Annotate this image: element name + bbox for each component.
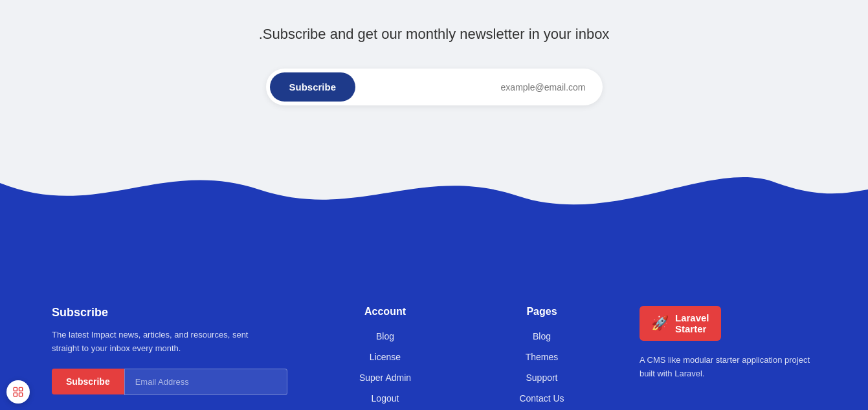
email-input-top[interactable] [355,76,598,99]
newsletter-title: .Subscribe and get our monthly newslette… [13,26,855,43]
svg-rect-1 [19,387,23,391]
list-item: Themes [483,351,601,363]
footer-pages-heading: Pages [483,306,601,318]
footer-account-list: Blog License Super Admin Logout [326,330,444,404]
footer-section: Subscribe The latest Impact news, articl… [0,274,868,410]
pages-link-support[interactable]: Support [526,372,557,383]
bottom-floating-icon[interactable] [6,380,30,404]
footer-subscribe-form: Subscribe [52,369,287,395]
footer-subscribe-description: The latest Impact news, articles, and re… [52,329,259,356]
wave-divider [0,144,868,274]
subscribe-form-top: Subscribe [266,69,603,105]
pages-link-contact[interactable]: Contact Us [519,393,564,404]
svg-rect-3 [19,393,23,396]
list-item: Blog [483,330,601,342]
footer-subscribe-heading: Subscribe [52,306,287,319]
rocket-icon: 🚀 [651,315,669,332]
footer-pages-col: Pages Blog Themes Support Contact Us [483,306,601,410]
pages-link-themes[interactable]: Themes [526,352,559,362]
account-link-logout[interactable]: Logout [372,393,399,404]
footer-account-col: Account Blog License Super Admin Logout [326,306,444,410]
footer-grid: Subscribe The latest Impact news, articl… [52,306,816,410]
laravel-description: A CMS like modular starter application p… [640,354,816,381]
list-item: License [326,351,444,363]
laravel-badge-text: Laravel Starter [675,312,709,334]
pages-link-blog[interactable]: Blog [533,331,551,341]
account-link-license[interactable]: License [370,352,401,362]
subscribe-button-footer[interactable]: Subscribe [52,369,124,394]
subscribe-button-top[interactable]: Subscribe [270,72,356,102]
footer-subscribe-col: Subscribe The latest Impact news, articl… [52,306,287,395]
list-item: Support [483,372,601,383]
footer-laravel-col: 🚀 Laravel Starter A CMS like modular sta… [640,306,816,381]
laravel-starter-badge[interactable]: 🚀 Laravel Starter [640,306,721,341]
svg-rect-0 [14,387,17,391]
email-input-footer[interactable] [124,369,287,395]
account-link-super-admin[interactable]: Super Admin [359,372,411,383]
svg-rect-2 [14,393,17,396]
footer-account-heading: Account [326,306,444,318]
footer-pages-list: Blog Themes Support Contact Us [483,330,601,404]
account-link-blog[interactable]: Blog [376,331,394,341]
list-item: Super Admin [326,372,444,383]
top-section: .Subscribe and get our monthly newslette… [0,0,868,105]
list-item: Contact Us [483,393,601,404]
list-item: Logout [326,393,444,404]
list-item: Blog [326,330,444,342]
